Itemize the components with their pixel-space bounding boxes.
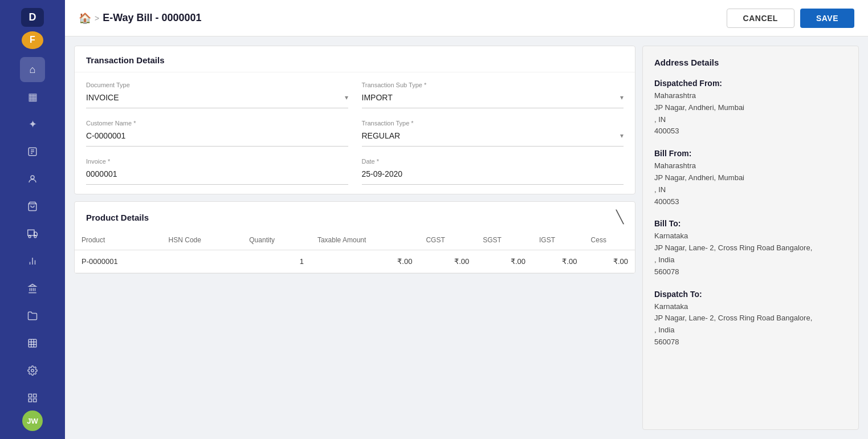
dispatched-from-section: Dispatched From: Maharashtra JP Nagar, A… [654, 79, 847, 137]
sidebar-item-orders[interactable] [20, 194, 45, 219]
sidebar-item-dashboard[interactable]: ▦ [20, 84, 45, 109]
svg-rect-19 [28, 339, 36, 347]
svg-point-9 [34, 235, 36, 238]
bill-to-addr1: JP Nagar, Lane- 2, Cross Ring Road Banga… [654, 242, 847, 254]
cell-quantity: 1 [242, 250, 311, 273]
document-type-group: Document Type INVOICE ▾ [86, 82, 348, 108]
customer-name-label: Customer Name * [86, 120, 348, 127]
bill-from-pincode: 400053 [654, 196, 847, 208]
transaction-type-value: REGULAR [362, 131, 401, 140]
dispatch-to-pincode: 560078 [654, 336, 847, 348]
product-table-header-row: Product HSN Code Quantity Taxable Amount… [75, 230, 635, 250]
col-product: Product [75, 230, 162, 250]
dispatched-from-state: Maharashtra [654, 90, 847, 102]
sidebar-item-settings[interactable] [20, 358, 45, 383]
content-area: Transaction Details Document Type INVOIC… [65, 36, 868, 439]
transaction-type-select[interactable]: REGULAR ▾ [362, 129, 624, 143]
user-avatar-top[interactable]: F [22, 31, 43, 49]
col-cess: Cess [584, 230, 635, 250]
product-details-title: Product Details [86, 213, 149, 222]
cell-sgst: ₹.00 [476, 250, 532, 273]
user-avatar-bottom[interactable]: JW [22, 410, 43, 431]
invoice-value[interactable]: 0000001 [86, 167, 348, 181]
svg-marker-7 [34, 232, 37, 235]
date-label: Date * [362, 158, 624, 165]
svg-rect-26 [34, 394, 36, 397]
sidebar-item-contacts[interactable] [20, 166, 45, 192]
col-sgst: SGST [476, 230, 532, 250]
dispatched-from-pincode: 400053 [654, 125, 847, 137]
table-row: P-0000001 1 ₹.00 ₹.00 ₹.00 ₹.00 ₹.00 [75, 250, 635, 273]
address-details-panel: Address Details Dispatched From: Maharas… [642, 46, 859, 430]
sidebar: D F ⌂ ▦ ✦ [0, 0, 65, 439]
document-type-value: INVOICE [86, 93, 119, 102]
dispatched-from-addr1: JP Nagar, Andheri, Mumbai [654, 102, 847, 114]
cell-cgst: ₹.00 [419, 250, 476, 273]
transaction-details-title: Transaction Details [75, 46, 635, 72]
dispatched-from-addr2: , IN [654, 114, 847, 126]
document-type-select[interactable]: INVOICE ▾ [86, 91, 348, 104]
cell-igst: ₹.00 [532, 250, 584, 273]
sidebar-item-documents[interactable] [20, 139, 45, 164]
sidebar-item-users[interactable]: ✦ [20, 112, 45, 137]
sidebar-item-home[interactable]: ⌂ [20, 57, 45, 82]
cell-product: P-0000001 [75, 250, 162, 273]
sidebar-item-reports[interactable] [20, 249, 45, 274]
bill-from-section: Bill From: Maharashtra JP Nagar, Andheri… [654, 149, 847, 208]
form-row-2: Customer Name * C-0000001 Transaction Ty… [86, 120, 624, 147]
dispatch-to-section: Dispatch To: Karnataka JP Nagar, Lane- 2… [654, 290, 847, 348]
sidebar-item-grid[interactable] [20, 385, 45, 410]
product-details-card: Product Details ╲ Product HSN Code Quant… [74, 201, 635, 274]
customer-name-group: Customer Name * C-0000001 [86, 120, 348, 147]
transaction-type-dropdown-arrow: ▾ [620, 132, 624, 140]
breadcrumb-home-icon[interactable]: 🏠 [79, 12, 91, 25]
col-cgst: CGST [419, 230, 476, 250]
invoice-label: Invoice * [86, 158, 348, 165]
bill-to-pincode: 560078 [654, 266, 847, 278]
customer-name-value[interactable]: C-0000001 [86, 129, 348, 143]
document-type-label: Document Type [86, 82, 348, 88]
header-left: 🏠 > E-Way Bill - 0000001 [79, 12, 202, 25]
col-taxable-amount: Taxable Amount [311, 230, 419, 250]
col-quantity: Quantity [242, 230, 311, 250]
transaction-sub-type-value: IMPORT [362, 93, 393, 102]
sidebar-item-files[interactable] [20, 303, 45, 328]
svg-rect-6 [28, 230, 34, 235]
bill-to-section: Bill To: Karnataka JP Nagar, Lane- 2, Cr… [654, 219, 847, 278]
svg-rect-25 [28, 394, 31, 397]
dispatch-to-addr1: JP Nagar, Lane- 2, Cross Ring Road Banga… [654, 312, 847, 324]
bill-from-addr1: JP Nagar, Andheri, Mumbai [654, 172, 847, 184]
sidebar-bottom: JW [22, 410, 43, 439]
sidebar-item-bank[interactable] [20, 276, 45, 301]
collapse-icon[interactable]: ╲ [616, 211, 624, 223]
transaction-type-group: Transaction Type * REGULAR ▾ [362, 120, 624, 147]
svg-point-4 [31, 176, 34, 179]
date-value[interactable]: 25-09-2020 [362, 167, 624, 181]
header: 🏠 > E-Way Bill - 0000001 CANCEL SAVE [65, 0, 868, 36]
cell-hsn [162, 250, 243, 273]
svg-marker-18 [29, 284, 36, 287]
left-panel: Transaction Details Document Type INVOIC… [74, 46, 642, 430]
sidebar-item-delivery[interactable] [20, 221, 45, 246]
svg-point-24 [31, 369, 34, 372]
product-table: Product HSN Code Quantity Taxable Amount… [75, 230, 635, 273]
sidebar-item-table[interactable] [20, 331, 45, 356]
transaction-details-body: Document Type INVOICE ▾ Transaction Sub … [75, 72, 635, 194]
sidebar-nav: ⌂ ▦ ✦ [0, 55, 65, 410]
bill-from-addr2: , IN [654, 184, 847, 196]
main-area: 🏠 > E-Way Bill - 0000001 CANCEL SAVE Tra… [65, 0, 868, 439]
page-title: E-Way Bill - 0000001 [103, 12, 201, 24]
transaction-sub-type-select[interactable]: IMPORT ▾ [362, 91, 624, 104]
save-button[interactable]: SAVE [800, 9, 854, 28]
svg-rect-28 [28, 399, 31, 402]
address-details-title: Address Details [654, 58, 847, 67]
form-row-1: Document Type INVOICE ▾ Transaction Sub … [86, 82, 624, 108]
dispatch-to-state: Karnataka [654, 301, 847, 313]
cell-cess: ₹.00 [584, 250, 635, 273]
transaction-details-card: Transaction Details Document Type INVOIC… [74, 46, 635, 194]
svg-point-8 [28, 235, 31, 238]
bill-to-addr2: , India [654, 254, 847, 266]
cancel-button[interactable]: CANCEL [727, 9, 794, 28]
transaction-type-label: Transaction Type * [362, 120, 624, 127]
invoice-group: Invoice * 0000001 [86, 158, 348, 185]
